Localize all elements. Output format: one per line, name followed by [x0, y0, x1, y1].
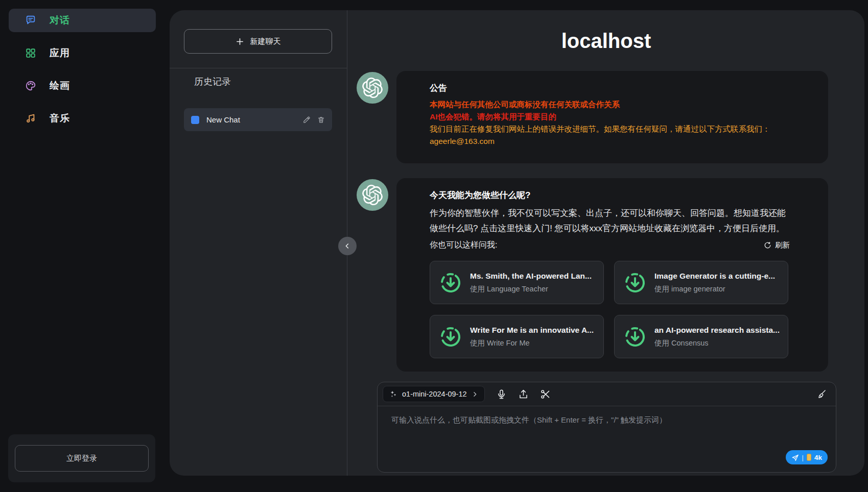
main-panel: 新建聊天 历史记录 New Chat [170, 10, 864, 476]
download-circle-icon [439, 325, 462, 349]
welcome-title: 今天我能为您做些什么呢? [430, 189, 790, 201]
grid-icon [25, 47, 36, 59]
login-button[interactable]: 立即登录 [15, 445, 149, 472]
composer-toolbar: o1-mini-2024-09-12 [378, 382, 836, 406]
message-input[interactable] [378, 406, 836, 472]
chat-main: localhost 公告 本网站与任何其他公司或商标没有任何关联或合作关系 AI… [348, 10, 864, 476]
new-chat-label: 新建聊天 [250, 37, 281, 46]
suggestion-title: Ms. Smith, the AI-powered Lan... [470, 272, 592, 281]
welcome-body: 作为你的智慧伙伴，我不仅可以写文案、出点子，还可以和你聊天、回答问题。想知道我还… [430, 206, 790, 236]
suggestion-title: Write For Me is an innovative A... [470, 326, 594, 335]
refresh-icon [764, 241, 771, 249]
sidebar: 对话 应用 绘画 音乐 立即登录 [0, 0, 170, 492]
microphone-icon[interactable] [496, 389, 507, 400]
collapse-sidebar-button[interactable] [338, 237, 357, 255]
sidebar-item-music[interactable]: 音乐 [9, 107, 156, 130]
scissors-icon[interactable] [540, 389, 551, 400]
announcement-email-link[interactable]: ageerle@163.com [430, 135, 790, 147]
announcement-message: 公告 本网站与任何其他公司或商标没有任何关联或合作关系 AI也会犯错。请勿将其用… [396, 71, 828, 163]
openai-logo-icon [362, 185, 383, 205]
refresh-suggestions-button[interactable]: 刷新 [764, 240, 790, 250]
sidebar-item-label: 音乐 [50, 112, 70, 125]
upload-icon[interactable] [518, 389, 529, 400]
model-name: o1-mini-2024-09-12 [402, 390, 467, 398]
chat-bubble-icon [25, 15, 36, 26]
announcement-title: 公告 [430, 82, 790, 94]
chat-list-panel: 新建聊天 历史记录 New Chat [170, 10, 347, 476]
chevron-left-icon [343, 242, 351, 250]
assistant-avatar [357, 179, 388, 211]
download-circle-icon [623, 325, 647, 349]
token-count: 4k [814, 454, 822, 461]
announcement-line: AI也会犯错。请勿将其用于重要目的 [430, 111, 790, 123]
ask-hint: 你也可以这样问我: [430, 240, 497, 251]
composer: o1-mini-2024-09-12 [377, 382, 836, 473]
sidebar-item-label: 对话 [50, 14, 70, 27]
refresh-label: 刷新 [775, 240, 790, 250]
announcement-line: 我们目前正在修复我们网站上的错误并改进细节。如果您有任何疑问，请通过以下方式联系… [430, 123, 790, 135]
welcome-message: 今天我能为您做些什么呢? 作为你的智慧伙伴，我不仅可以写文案、出点子，还可以和你… [396, 178, 828, 372]
suggestion-subtitle: 使用 Write For Me [470, 338, 594, 348]
page-title: localhost [348, 30, 864, 53]
sidebar-item-label: 应用 [50, 46, 70, 60]
divider: | [802, 454, 804, 461]
divider [170, 68, 347, 68]
suggestion-card[interactable]: Write For Me is an innovative A... 使用 Wr… [430, 315, 604, 358]
suggestion-title: Image Generator is a cutting-e... [654, 272, 775, 281]
suggestion-card[interactable]: Image Generator is a cutting-e... 使用 ima… [614, 261, 788, 304]
suggestion-subtitle: 使用 image generator [654, 284, 775, 294]
chevron-right-icon [472, 391, 478, 398]
suggestion-title: an AI-powered research assista... [654, 326, 780, 335]
history-title: 历史记录 [194, 76, 231, 88]
sidebar-item-drawing[interactable]: 绘画 [9, 74, 156, 97]
edit-icon[interactable] [303, 116, 311, 124]
suggestion-card[interactable]: an AI-powered research assista... 使用 Con… [614, 315, 788, 358]
plus-icon [236, 37, 244, 46]
sparkles-icon [389, 390, 397, 398]
palette-icon [25, 80, 36, 91]
suggestion-card[interactable]: Ms. Smith, the AI-powered Lan... 使用 Lang… [430, 261, 604, 304]
history-item-new-chat[interactable]: New Chat [184, 108, 332, 131]
login-card: 立即登录 [8, 434, 155, 482]
paper-plane-icon [791, 454, 799, 461]
new-chat-button[interactable]: 新建聊天 [184, 29, 332, 54]
music-note-icon [25, 113, 36, 124]
download-circle-icon [623, 271, 647, 294]
chat-title: New Chat [206, 115, 296, 124]
suggestion-cards: Ms. Smith, the AI-powered Lan... 使用 Lang… [430, 261, 790, 358]
token-coin-icon [807, 454, 811, 461]
sidebar-item-apps[interactable]: 应用 [9, 41, 156, 65]
announcement-line: 本网站与任何其他公司或商标没有任何关联或合作关系 [430, 99, 790, 111]
chat-color-swatch [191, 116, 199, 124]
suggestion-subtitle: 使用 Consensus [654, 338, 780, 348]
send-button[interactable]: | 4k [786, 450, 828, 464]
openai-logo-icon [362, 78, 383, 98]
model-selector[interactable]: o1-mini-2024-09-12 [383, 386, 485, 402]
sidebar-item-label: 绘画 [50, 79, 70, 92]
sidebar-item-chat[interactable]: 对话 [9, 9, 156, 32]
download-circle-icon [439, 271, 462, 294]
delete-icon[interactable] [317, 116, 325, 124]
clear-broom-icon[interactable] [816, 389, 827, 399]
assistant-avatar [357, 72, 388, 104]
suggestion-subtitle: 使用 Language Teacher [470, 284, 592, 294]
